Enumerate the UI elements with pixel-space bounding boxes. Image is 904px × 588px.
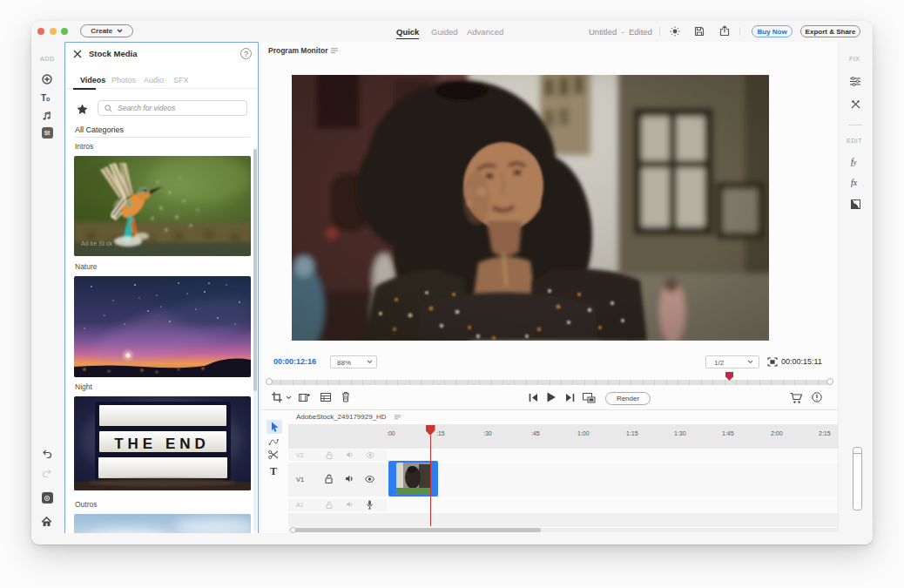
svg-text:Ad be St ck: Ad be St ck — [81, 240, 112, 247]
svg-text:THE END: THE END — [114, 436, 210, 452]
